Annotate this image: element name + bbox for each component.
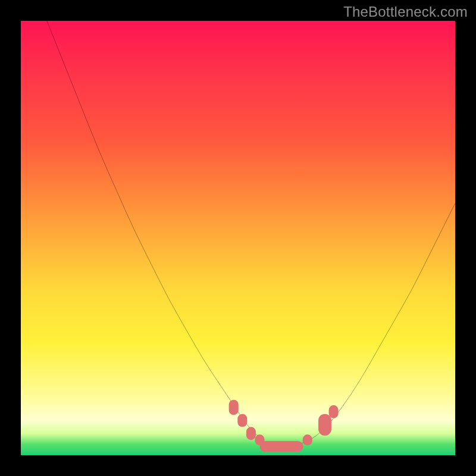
trough-marker — [318, 414, 331, 436]
trough-marker — [246, 427, 256, 440]
chart-svg — [21, 21, 455, 455]
bottleneck-curve — [47, 21, 455, 446]
trough-markers — [229, 400, 339, 452]
watermark-text: TheBottleneck.com — [343, 4, 468, 20]
trough-marker — [303, 434, 312, 445]
trough-marker — [260, 441, 303, 452]
trough-marker — [229, 400, 239, 415]
trough-marker — [237, 414, 247, 427]
plot-area — [21, 21, 455, 455]
chart-stage: TheBottleneck.com — [0, 0, 476, 476]
trough-marker — [329, 405, 339, 418]
